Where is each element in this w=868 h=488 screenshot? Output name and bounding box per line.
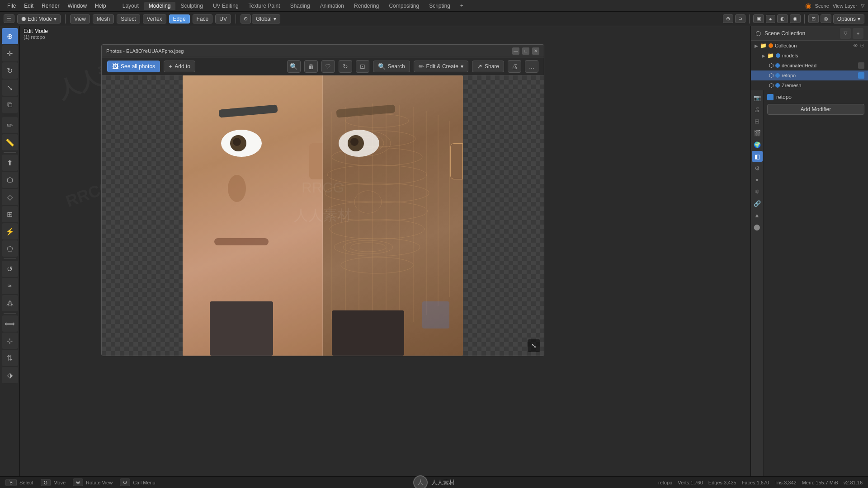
tool-extrude[interactable]: ⬆ (2, 155, 18, 171)
menu-render[interactable]: Render (38, 2, 63, 10)
retouch-button[interactable]: ↻ (339, 60, 352, 73)
props-output-icon[interactable]: 🖨 (752, 104, 763, 115)
menu-edit[interactable]: Edit (20, 2, 37, 10)
tool-randomize[interactable]: ⁂ (2, 295, 18, 311)
gizmo-btn[interactable]: ◎ (821, 14, 831, 23)
view-btn[interactable]: View (70, 14, 90, 23)
tree-item-collection[interactable]: ▶ 📁 Collection 👁 ☉ (751, 41, 868, 51)
maximize-button[interactable]: □ (522, 47, 529, 55)
pivot-btn[interactable]: ⊙ (241, 14, 251, 23)
tool-loop-cut[interactable]: ⊞ (2, 206, 18, 222)
tool-shear[interactable]: ⬗ (2, 367, 18, 383)
vertex-btn[interactable]: Vertex (143, 14, 166, 23)
view-mode-btn[interactable]: ☰ (4, 14, 14, 23)
tool-push-pull[interactable]: ⇅ (2, 350, 18, 366)
tool-shrink-fatten[interactable]: ⊹ (2, 333, 18, 349)
add-to-button[interactable]: + Add to (164, 61, 195, 72)
tree-item-models[interactable]: ▶ 📁 models (751, 51, 868, 61)
magnet-btn[interactable]: ⊕ (723, 14, 733, 23)
mmb-icon: ⊕ (73, 479, 83, 486)
panel-filter-btn[interactable]: ▽ (840, 28, 851, 39)
tool-smooth[interactable]: ≈ (2, 278, 18, 294)
tab-animation[interactable]: Animation (316, 2, 349, 10)
menu-help[interactable]: Help (91, 2, 110, 10)
edge-btn[interactable]: Edge (169, 14, 190, 23)
props-modifier-icon[interactable]: ⚙ (752, 163, 763, 174)
viewport-shading-solid[interactable]: ● (766, 15, 775, 23)
viewport-shading-wire[interactable]: ▣ (753, 14, 764, 23)
heart-button[interactable]: ♡ (321, 60, 335, 73)
edit-create-button[interactable]: ✏ Edit & Create ▾ (414, 61, 468, 72)
global-arrow: ▾ (274, 16, 276, 22)
tab-texture-paint[interactable]: Texture Paint (244, 2, 285, 10)
search-button[interactable]: 🔍 Search (373, 61, 410, 72)
tab-add[interactable]: + (456, 2, 468, 10)
props-world-icon[interactable]: 🌍 (752, 139, 763, 150)
photo-content[interactable]: 人人素材 RRCG ⤡ (102, 75, 544, 356)
tab-layout[interactable]: Layout (118, 2, 143, 10)
tool-edge-slide[interactable]: ⟺ (2, 315, 18, 332)
tool-cursor[interactable]: ⊕ (2, 28, 18, 44)
tab-compositing[interactable]: Compositing (384, 2, 424, 10)
tool-poly-build[interactable]: ⬠ (2, 240, 18, 257)
tree-item-retopo[interactable]: ⬡ retopo (751, 70, 868, 80)
overlay-btn[interactable]: ⊡ (808, 14, 819, 23)
mesh-btn[interactable]: Mesh (93, 14, 114, 23)
tab-scripting[interactable]: Scripting (425, 2, 455, 10)
add-modifier-button[interactable]: Add Modifier (767, 104, 864, 115)
tool-bevel[interactable]: ◇ (2, 189, 18, 205)
props-particles-icon[interactable]: ✦ (752, 174, 763, 185)
select-btn[interactable]: Select (117, 14, 140, 23)
transform-dropdown[interactable]: Global ▾ (252, 14, 280, 23)
tab-rendering[interactable]: Rendering (349, 2, 383, 10)
tool-inset[interactable]: ⬡ (2, 172, 18, 188)
panel-add-btn[interactable]: + (853, 28, 863, 39)
tree-item-decimated[interactable]: ⬡ decimatedHead (751, 61, 868, 70)
expand-button[interactable]: ⤡ (528, 339, 540, 352)
tool-knife[interactable]: ⚡ (2, 223, 18, 239)
delete-button[interactable]: 🗑 (304, 60, 318, 73)
close-button[interactable]: ✕ (532, 47, 539, 55)
decimated-label: decimatedHead (782, 63, 816, 68)
props-physics-icon[interactable]: ⚛ (752, 186, 763, 197)
crop-button[interactable]: ⊡ (356, 60, 369, 73)
svg-point-2 (325, 183, 429, 203)
filter-icon[interactable]: ▽ (861, 3, 864, 9)
face-btn[interactable]: Face (193, 14, 213, 23)
tool-annotate[interactable]: ✏ (2, 117, 18, 133)
tab-sculpting[interactable]: Sculpting (176, 2, 208, 10)
props-data-icon[interactable]: ▲ (752, 210, 763, 221)
viewport-shading-material[interactable]: ◐ (777, 14, 788, 23)
tree-item-zremesh[interactable]: ⬡ Zremesh (751, 80, 868, 90)
share-button[interactable]: ↗ Share (472, 61, 504, 72)
tool-transform[interactable]: ⧉ (2, 97, 18, 113)
tool-scale[interactable]: ⤡ (2, 80, 18, 96)
tris-info: Tris:3,342 (774, 480, 797, 485)
viewport-shading-render[interactable]: ◉ (790, 14, 801, 23)
props-constraints-icon[interactable]: 🔗 (752, 198, 763, 209)
tool-rotate[interactable]: ↻ (2, 62, 18, 79)
zoom-in-button[interactable]: 🔍 (287, 60, 301, 73)
menu-window[interactable]: Window (64, 2, 90, 10)
minimize-button[interactable]: — (512, 47, 519, 55)
props-render-icon[interactable]: 📷 (752, 92, 763, 103)
menu-file[interactable]: File (4, 2, 19, 10)
mode-dropdown[interactable]: ⬢ Edit Mode ▾ (17, 14, 61, 23)
more-button[interactable]: ... (525, 60, 538, 73)
props-view-layer-icon[interactable]: ⊞ (752, 116, 763, 127)
props-scene-icon[interactable]: 🎬 (752, 127, 763, 138)
tool-measure[interactable]: 📏 (2, 134, 18, 150)
dot-decimated (775, 63, 780, 68)
print-button[interactable]: 🖨 (508, 60, 521, 73)
props-material-icon[interactable]: ⬤ (752, 221, 763, 232)
tab-shading[interactable]: Shading (286, 2, 315, 10)
tab-modeling[interactable]: Modeling (144, 2, 175, 10)
proportional-btn[interactable]: ⊃ (735, 14, 745, 23)
props-object-icon[interactable]: ◧ (752, 151, 763, 162)
tool-move[interactable]: ✛ (2, 45, 18, 61)
uv-btn[interactable]: UV (215, 14, 231, 23)
see-photos-button[interactable]: 🖼 See all photos (107, 61, 160, 72)
options-dropdown[interactable]: Options ▾ (833, 14, 864, 23)
tab-uv-editing[interactable]: UV Editing (208, 2, 243, 10)
tool-spin[interactable]: ↺ (2, 261, 18, 277)
